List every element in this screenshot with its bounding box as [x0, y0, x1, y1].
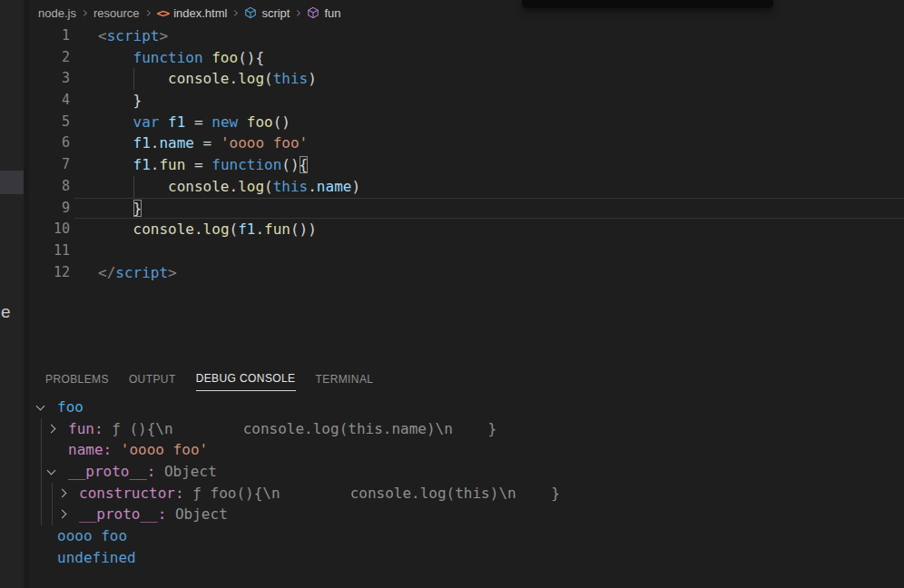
console-row-text: __proto__: Object: [79, 504, 228, 525]
tab-terminal[interactable]: TERMINAL: [316, 367, 374, 391]
breadcrumb-item-node-js[interactable]: node.js: [38, 6, 76, 20]
chevron-right-icon: [231, 9, 238, 15]
code-token: >: [168, 264, 177, 281]
console-row[interactable]: constructor: ƒ foo(){\n console.log(this…: [29, 483, 904, 505]
code-token: ƒ foo(){\n console.log(this)\n }: [192, 485, 560, 502]
breadcrumb-item-script[interactable]: script: [244, 6, 290, 20]
code-token: __proto__:: [79, 505, 166, 523]
line-number: 12: [29, 262, 70, 284]
code-token: (: [264, 178, 273, 195]
background-partial-text: e: [1, 302, 11, 322]
code-line[interactable]: 9 }: [29, 198, 904, 220]
code-token: =: [185, 156, 211, 173]
breadcrumb-item-resource[interactable]: resource: [93, 6, 140, 20]
chevron-right-icon[interactable]: [47, 424, 56, 433]
code-token: this: [273, 178, 309, 195]
line-number: 3: [29, 68, 70, 90]
code-token: <: [98, 27, 107, 44]
current-line-highlight: [74, 198, 904, 220]
code-line[interactable]: 7 f1.fun = function(){: [29, 154, 904, 176]
bottom-panel: PROBLEMSOUTPUTDEBUG CONSOLETERMINAL foof…: [29, 360, 904, 588]
code-text: }: [98, 90, 142, 112]
console-row[interactable]: undefined: [29, 547, 904, 569]
code-line[interactable]: 10 console.log(f1.fun()): [29, 219, 904, 240]
code-token: [112, 441, 121, 458]
symbol-cube-icon: [244, 6, 257, 19]
code-token: =: [185, 113, 211, 131]
code-token: new: [211, 113, 238, 131]
code-line[interactable]: 5 var f1 = new foo(): [29, 112, 904, 133]
code-token: ƒ (){\n console.log(this.name)\n }: [112, 420, 496, 437]
line-number: 6: [29, 132, 70, 154]
tab-debug-console[interactable]: DEBUG CONSOLE: [196, 366, 296, 391]
line-number: 8: [29, 176, 70, 198]
code-token: .: [255, 220, 264, 238]
code-token: name: [159, 134, 194, 152]
chevron-right-icon: [143, 9, 150, 15]
breadcrumb-label: resource: [93, 6, 140, 20]
code-token: [103, 420, 113, 437]
code-line[interactable]: 4 }: [29, 90, 904, 112]
tab-output[interactable]: OUTPUT: [129, 367, 176, 391]
chevron-down-icon[interactable]: [36, 402, 45, 411]
html-file-icon: <>: [157, 6, 170, 20]
code-token: ): [308, 70, 317, 87]
code-line[interactable]: 11: [29, 240, 904, 262]
code-line[interactable]: 12</script>: [29, 262, 904, 284]
code-line[interactable]: 1<script>: [29, 25, 904, 47]
code-token: >: [159, 27, 168, 44]
console-row[interactable]: name: 'oooo foo': [29, 439, 904, 461]
debug-console-output[interactable]: foofun: ƒ (){\n console.log(this.name)\n…: [29, 397, 904, 588]
console-row[interactable]: foo: [29, 397, 904, 418]
console-row[interactable]: fun: ƒ (){\n console.log(this.name)\n }: [29, 418, 904, 440]
code-token: function: [133, 49, 203, 66]
console-row[interactable]: oooo foo: [29, 525, 904, 547]
chevron-right-icon[interactable]: [58, 488, 67, 497]
line-number: 4: [29, 90, 70, 112]
code-text: </script>: [98, 262, 177, 284]
console-row[interactable]: __proto__: Object: [29, 504, 904, 525]
code-token: .: [151, 156, 160, 173]
code-token: name: [317, 178, 352, 195]
code-line[interactable]: 8 console.log(this.name): [29, 176, 904, 198]
console-row[interactable]: __proto__: Object: [29, 461, 904, 483]
code-token: ()): [290, 220, 317, 238]
symbol-cube-icon: [307, 6, 319, 19]
line-number: 5: [29, 112, 70, 133]
code-token: fun: [264, 220, 290, 238]
code-line[interactable]: 2 function foo(){: [29, 47, 904, 69]
code-text: f1.fun = function(){: [98, 154, 308, 176]
code-token: fun:: [68, 420, 103, 437]
code-token: [98, 220, 133, 238]
console-row-text: __proto__: Object: [68, 461, 217, 483]
line-number: 2: [29, 47, 70, 69]
code-line[interactable]: 3 console.log(this): [29, 68, 904, 90]
code-token: [166, 505, 175, 523]
chevron-right-icon[interactable]: [58, 510, 67, 519]
code-token: oooo foo: [57, 527, 127, 544]
code-token: (): [281, 156, 299, 173]
code-editor[interactable]: 1<script>2 function foo(){3 console.log(…: [29, 25, 904, 283]
chevron-right-icon: [294, 9, 300, 15]
code-token: this: [273, 70, 309, 87]
code-text: var f1 = new foo(): [98, 112, 290, 133]
code-line[interactable]: 6 f1.name = 'oooo foo': [29, 132, 904, 154]
breadcrumb-label: fun: [324, 6, 340, 20]
code-token: log: [238, 70, 264, 87]
code-token: console: [168, 178, 229, 195]
tab-problems[interactable]: PROBLEMS: [45, 367, 109, 391]
code-token: log: [203, 220, 230, 238]
code-token: [98, 113, 133, 131]
breadcrumb-item-index-html[interactable]: <>index.html: [157, 6, 228, 20]
chevron-down-icon[interactable]: [47, 466, 56, 475]
line-number: 7: [29, 154, 70, 176]
code-token: .: [230, 70, 239, 87]
code-token: foo: [247, 113, 273, 131]
code-token: var: [133, 113, 160, 131]
code-token: (){: [238, 49, 264, 66]
code-token: </: [98, 264, 115, 281]
breadcrumb-item-fun[interactable]: fun: [307, 6, 340, 20]
code-text: console.log(this): [98, 68, 317, 90]
code-token: Object: [164, 463, 217, 480]
code-token: f1: [168, 113, 185, 131]
